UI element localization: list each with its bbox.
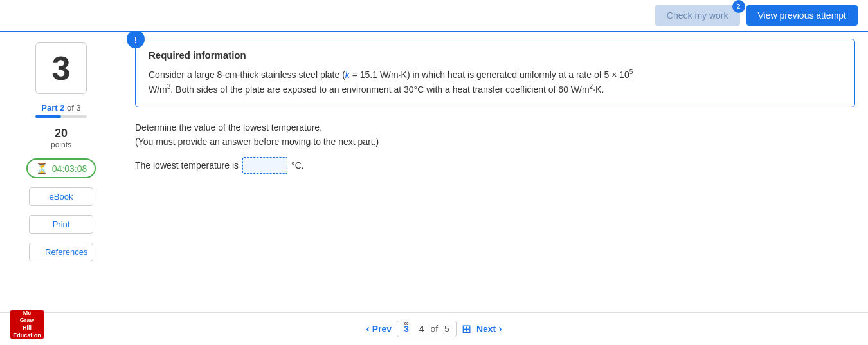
- page-current-1[interactable]: ∞ 3: [404, 324, 409, 334]
- answer-input[interactable]: [242, 157, 287, 174]
- top-bar: Check my work 2 View previous attempt: [0, 0, 868, 32]
- logo-line3: Hill: [23, 324, 32, 332]
- next-button[interactable]: Next ›: [476, 323, 502, 335]
- view-prev-label: View previous attempt: [758, 10, 846, 21]
- main-content: 3 Part 2 of 3 20 points ⏳ 04:03:08 eBook…: [0, 32, 868, 312]
- part-progress-bar: [35, 115, 87, 118]
- question-section: Determine the value of the lowest temper…: [135, 120, 855, 174]
- page-current-2[interactable]: 4: [419, 324, 424, 334]
- answer-suffix: °C.: [291, 160, 304, 171]
- question-number: 3: [52, 49, 71, 88]
- ri-text5: ·K.: [593, 84, 604, 95]
- page-separator: [413, 324, 415, 334]
- content-area: ! Required information Consider a large …: [122, 32, 868, 312]
- ri-text1: Consider a large 8-cm-thick stainless st…: [149, 70, 345, 80]
- part-of: of 3: [67, 103, 81, 113]
- part-indicator: Part 2 of 3: [35, 103, 87, 118]
- print-button[interactable]: Print: [29, 215, 93, 234]
- bottom-bar: Mc Graw Hill Education ‹ Prev ∞ 3 4 of 5…: [0, 312, 868, 345]
- ri-text2: = 15.1 W/m·K) in which heat is generated…: [350, 70, 629, 80]
- total-pages: 5: [444, 324, 449, 334]
- mcgraw-hill-logo: Mc Graw Hill Education: [10, 310, 44, 339]
- next-arrow-icon: ›: [498, 323, 502, 335]
- of-label: of: [428, 324, 440, 334]
- next-label: Next: [476, 324, 496, 334]
- prev-arrow-icon: ‹: [366, 323, 369, 335]
- page-input-box: ∞ 3 4 of 5: [397, 321, 457, 337]
- question-line2: (You must provide an answer before movin…: [135, 135, 855, 149]
- prev-label: Prev: [372, 324, 392, 334]
- view-previous-attempt-button[interactable]: View previous attempt: [746, 5, 858, 26]
- required-info-title: Required information: [149, 50, 842, 61]
- prev-button[interactable]: ‹ Prev: [366, 323, 392, 335]
- page-link-icon: ∞: [404, 320, 408, 327]
- info-icon: !: [127, 32, 145, 48]
- timer-box: ⏳ 04:03:08: [26, 158, 96, 178]
- ri-text4: . Both sides of the plate are exposed to…: [170, 84, 589, 95]
- question-text: Determine the value of the lowest temper…: [135, 120, 855, 149]
- ebook-button[interactable]: eBook: [29, 187, 93, 206]
- points-number: 20: [51, 127, 71, 140]
- part-progress-fill: [35, 115, 61, 118]
- sidebar: 3 Part 2 of 3 20 points ⏳ 04:03:08 eBook…: [0, 32, 122, 312]
- references-label: References: [45, 247, 87, 257]
- logo-line1: Mc: [23, 310, 32, 317]
- print-label: Print: [53, 219, 70, 229]
- points-section: 20 points: [51, 127, 71, 149]
- required-info-box: ! Required information Consider a large …: [135, 39, 855, 107]
- timer-value: 04:03:08: [52, 163, 87, 174]
- references-button[interactable]: References: [29, 243, 93, 261]
- part-current: Part 2: [41, 103, 64, 113]
- required-info-text: Consider a large 8-cm-thick stainless st…: [149, 67, 842, 97]
- grid-view-icon[interactable]: ⊞: [462, 322, 471, 336]
- logo-line2: Graw: [20, 317, 35, 324]
- ri-text3: W/m: [149, 84, 167, 95]
- logo-line4: Education: [13, 332, 41, 340]
- points-label: points: [51, 140, 71, 149]
- question-number-box: 3: [35, 42, 87, 94]
- answer-prefix: The lowest temperature is: [135, 160, 239, 171]
- answer-row: The lowest temperature is °C.: [135, 157, 855, 174]
- ri-exp1: 5: [629, 68, 633, 75]
- check-my-work-button[interactable]: Check my work 2: [655, 5, 740, 26]
- check-my-work-label: Check my work: [667, 10, 728, 21]
- timer-icon: ⏳: [35, 162, 48, 174]
- ri-k-label: k: [345, 70, 350, 80]
- attempts-badge: 2: [732, 0, 745, 13]
- ebook-label: eBook: [50, 192, 73, 201]
- pagination: ‹ Prev ∞ 3 4 of 5 ⊞ Next ›: [366, 321, 502, 337]
- question-line1: Determine the value of the lowest temper…: [135, 120, 855, 135]
